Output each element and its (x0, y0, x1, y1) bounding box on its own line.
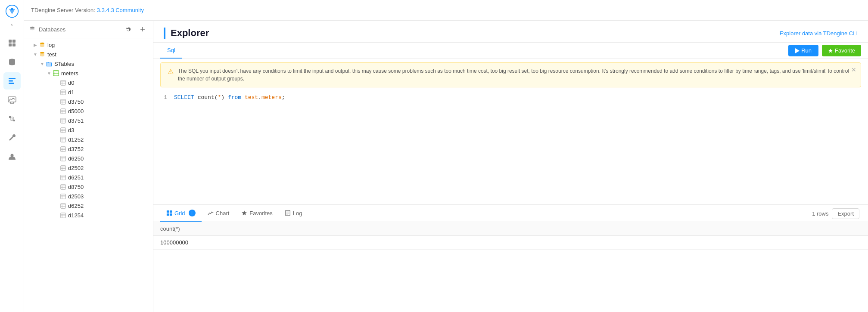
tree-label: d1 (68, 89, 74, 96)
svg-point-2 (11, 8, 13, 10)
list-item[interactable]: ▶ d1254 (24, 210, 153, 220)
table-icon (59, 79, 66, 86)
warning-icon: ⚠ (168, 68, 174, 76)
sidebar-item-flows[interactable] (3, 110, 21, 127)
list-item[interactable]: ▶ d1 (24, 87, 153, 97)
list-item[interactable]: ▶ d3752 (24, 144, 153, 154)
star-icon (241, 210, 247, 216)
tab-log[interactable]: Log (279, 206, 308, 222)
tree-item-log[interactable]: ▶ log (24, 40, 153, 49)
results-table-wrapper: count(*) 100000000 (153, 222, 868, 312)
tree-label: d1254 (68, 212, 84, 219)
svg-rect-38 (60, 108, 65, 113)
sidebar-toggle[interactable]: › (8, 21, 16, 29)
sql-code-editor[interactable]: 1 SELECT count(*) from test.meters; (153, 91, 868, 205)
tree-label: STables (54, 61, 74, 67)
svg-rect-74 (60, 194, 65, 198)
list-item[interactable]: ▶ d5000 (24, 106, 153, 116)
right-panel: Explorer Explorer data via TDengine CLI … (153, 21, 868, 312)
chart-icon (208, 210, 214, 216)
svg-rect-42 (60, 118, 65, 123)
chevron-down-icon: ▼ (47, 71, 52, 76)
tab-sql[interactable]: Sql (160, 43, 182, 59)
svg-rect-30 (60, 90, 65, 94)
svg-rect-9 (9, 80, 13, 82)
svg-rect-5 (9, 43, 12, 46)
tab-favorites[interactable]: Favorites (235, 206, 278, 222)
page-title: Explorer (164, 28, 209, 39)
db-icon (39, 51, 46, 58)
list-item[interactable]: ▶ d1252 (24, 135, 153, 144)
tree-label: d6251 (68, 174, 84, 181)
list-item[interactable]: ▶ d3750 (24, 97, 153, 106)
db-panel-header: Databases (24, 21, 153, 38)
export-button[interactable]: Export (832, 208, 859, 219)
add-database-button[interactable] (137, 24, 148, 34)
svg-marker-87 (828, 49, 833, 53)
table-icon (59, 183, 66, 190)
list-item[interactable]: ▶ d6250 (24, 154, 153, 163)
sql-area: Sql Run Favorite ⚠ (153, 43, 868, 312)
run-button[interactable]: Run (788, 45, 818, 56)
svg-rect-34 (60, 99, 65, 104)
sidebar-item-user[interactable] (3, 148, 21, 165)
sidebar-item-tools[interactable] (3, 129, 21, 146)
sidebar-item-database[interactable] (3, 53, 21, 71)
info-badge: i (189, 210, 196, 216)
topbar-prefix: TDengine Server Version: (31, 7, 95, 13)
tree-label: d3752 (68, 146, 84, 152)
tree-item-meters[interactable]: ▼ meters (24, 68, 153, 78)
list-item[interactable]: ▶ d3751 (24, 116, 153, 125)
tree-label: d0 (68, 80, 74, 86)
table-icon (59, 145, 66, 152)
tab-grid[interactable]: Grid i (160, 205, 202, 222)
svg-rect-50 (60, 137, 65, 142)
tree-label: d2502 (68, 165, 84, 171)
results-meta: 1 rows Export (812, 208, 861, 219)
list-item[interactable]: ▶ d6252 (24, 201, 153, 210)
sidebar-item-monitoring[interactable] (3, 91, 21, 108)
svg-marker-86 (795, 48, 800, 53)
tree-label: test (47, 51, 56, 58)
table-icon (59, 164, 66, 171)
list-item[interactable]: ▶ d2503 (24, 192, 153, 201)
list-item[interactable]: ▶ d0 (24, 78, 153, 87)
svg-rect-6 (12, 43, 16, 46)
content-area: Databases ▶ log (24, 21, 868, 312)
svg-rect-54 (60, 146, 65, 151)
database-panel: Databases ▶ log (24, 21, 153, 312)
logo[interactable] (4, 3, 20, 19)
cell-count: 100000000 (153, 236, 868, 250)
code-line-content: SELECT count(*) from test.meters; (174, 94, 285, 101)
log-icon (285, 210, 291, 216)
folder-icon (46, 60, 53, 67)
list-item[interactable]: ▶ d8750 (24, 182, 153, 192)
tree-label: d3751 (68, 117, 84, 124)
sidebar: › (0, 0, 24, 312)
sidebar-item-dashboard[interactable] (3, 34, 21, 52)
tree-item-stables[interactable]: ▼ STables (24, 59, 153, 68)
svg-rect-89 (170, 210, 172, 213)
explorer-cli-link[interactable]: Explorer data via TDengine CLI (780, 30, 858, 37)
favorite-button[interactable]: Favorite (822, 45, 861, 56)
sidebar-item-explorer[interactable] (3, 72, 21, 90)
svg-rect-4 (12, 40, 16, 43)
rows-count: 1 rows (812, 210, 828, 217)
results-table: count(*) 100000000 (153, 222, 868, 250)
tree-label: d6250 (68, 155, 84, 162)
warning-banner: ⚠ The SQL you input doesn't have any con… (160, 62, 861, 87)
list-item[interactable]: ▶ d2502 (24, 163, 153, 173)
refresh-button[interactable] (124, 24, 134, 34)
tab-chart[interactable]: Chart (202, 206, 236, 222)
tree-item-test[interactable]: ▼ test (24, 49, 153, 59)
grid-icon (166, 210, 172, 216)
page-header: Explorer Explorer data via TDengine CLI (153, 21, 868, 43)
list-item[interactable]: ▶ d6251 (24, 173, 153, 182)
svg-rect-78 (60, 203, 65, 208)
table-icon (59, 108, 66, 114)
close-warning-button[interactable]: ✕ (851, 66, 856, 73)
main-area: TDengine Server Version: 3.3.4.3 Communi… (24, 0, 868, 312)
list-item[interactable]: ▶ d3 (24, 125, 153, 135)
warning-text: The SQL you input doesn't have any condi… (178, 67, 854, 83)
svg-marker-92 (242, 210, 247, 215)
